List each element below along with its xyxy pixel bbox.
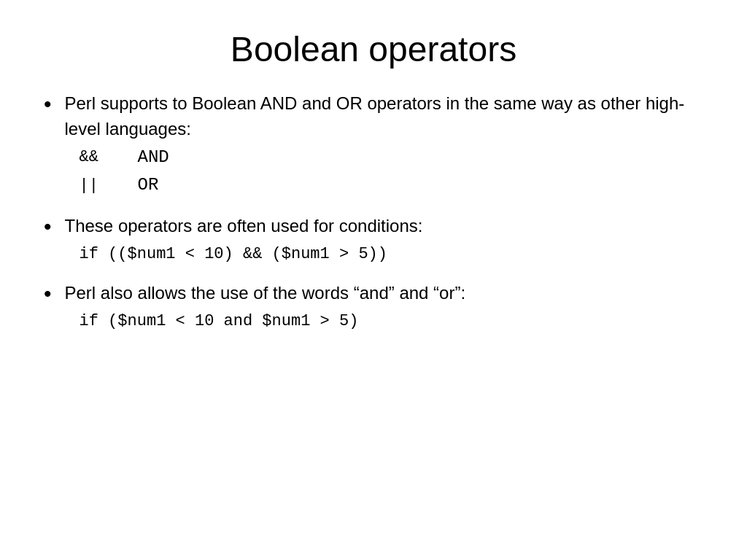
slide-container: Boolean operators • Perl supports to Boo…	[0, 0, 747, 560]
op-word-or: OR	[138, 171, 159, 199]
bullet-dot-1: •	[44, 90, 52, 118]
operator-row-and: && AND	[80, 144, 703, 171]
bullet-list: • Perl supports to Boolean AND and OR op…	[44, 91, 703, 348]
bullet-text-3: Perl also allows the use of the words “a…	[65, 283, 466, 303]
op-symbol-and: &&	[80, 144, 138, 170]
bullet-item-3: • Perl also allows the use of the words …	[44, 281, 703, 333]
bullet-text-2: These operators are often used for condi…	[65, 216, 423, 236]
bullet-item-1: • Perl supports to Boolean AND and OR op…	[44, 91, 703, 199]
code-line-2: if ($num1 < 10 and $num1 > 5)	[80, 309, 703, 333]
bullet-item-2: • These operators are often used for con…	[44, 214, 703, 266]
bullet-dot-3: •	[44, 279, 52, 308]
op-symbol-or: ||	[80, 173, 138, 198]
bullet-content-1: Perl supports to Boolean AND and OR oper…	[65, 91, 703, 199]
code-line-1: if (($num1 < 10) && ($num1 > 5))	[80, 242, 703, 266]
bullet-text-1: Perl supports to Boolean AND and OR oper…	[65, 93, 685, 139]
slide-title: Boolean operators	[44, 29, 703, 69]
bullet-content-2: These operators are often used for condi…	[65, 214, 703, 266]
bullet-content-3: Perl also allows the use of the words “a…	[65, 281, 703, 333]
operator-table: && AND || OR	[80, 144, 703, 200]
bullet-dot-2: •	[44, 212, 52, 241]
op-word-and: AND	[138, 144, 169, 171]
operator-row-or: || OR	[80, 171, 703, 199]
